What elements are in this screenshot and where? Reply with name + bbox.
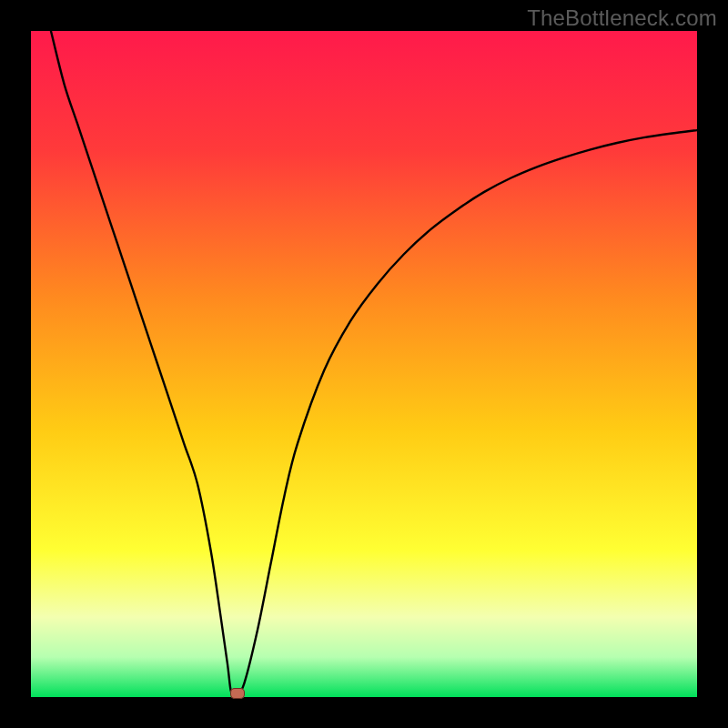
- watermark-text: TheBottleneck.com: [527, 5, 717, 31]
- chart-frame: TheBottleneck.com: [0, 0, 728, 728]
- curve-layer: [31, 31, 697, 697]
- bottleneck-curve: [51, 31, 697, 693]
- optimal-point-marker: [230, 688, 245, 699]
